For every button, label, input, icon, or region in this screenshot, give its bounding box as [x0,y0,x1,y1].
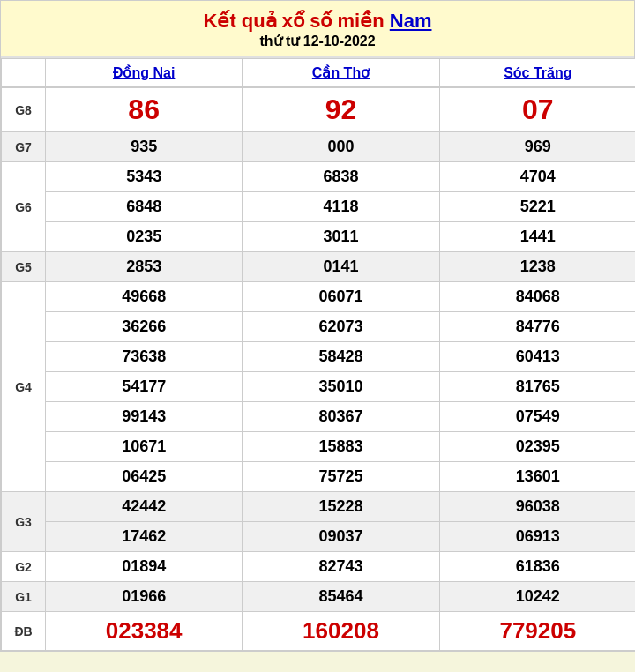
title-nam: Nam [390,10,432,32]
g6-soc-trang-3: 1441 [439,222,635,252]
db-can-tho: 160208 [243,612,439,651]
db-label: ĐB [2,612,46,651]
g4-dong-nai-1: 49668 [46,282,243,312]
g1-row: G1 01966 85464 10242 [2,582,636,612]
g4-row-3: 73638 58428 60413 [2,342,636,372]
g7-dong-nai: 935 [46,132,243,162]
g6-row-1: G6 5343 6838 4704 [2,162,636,192]
g4-can-tho-3: 58428 [243,342,439,372]
g6-label: G6 [2,162,46,252]
g8-row: G8 86 92 07 [2,87,636,132]
g3-label: G3 [2,492,46,552]
g3-row-1: G3 42442 15228 96038 [2,492,636,522]
g4-soc-trang-3: 60413 [439,342,635,372]
g2-soc-trang: 61836 [439,552,635,582]
g4-row-7: 06425 75725 13601 [2,462,636,492]
g5-soc-trang: 1238 [439,252,635,282]
g5-label: G5 [2,252,46,282]
g4-soc-trang-4: 81765 [439,372,635,402]
soc-trang-header: Sóc Trăng [439,59,635,88]
main-container: Kết quả xổ số miền Nam thứ tư 12-10-2022… [0,0,635,652]
label-header [2,59,46,88]
g3-row-2: 17462 09037 06913 [2,522,636,552]
g6-dong-nai-2: 6848 [46,192,243,222]
g6-row-3: 0235 3011 1441 [2,222,636,252]
can-tho-header: Cần Thơ [243,59,439,88]
g6-can-tho-2: 4118 [243,192,439,222]
g4-dong-nai-2: 36266 [46,312,243,342]
g6-can-tho-1: 6838 [243,162,439,192]
dong-nai-header: Đồng Nai [46,59,243,88]
db-soc-trang: 779205 [439,612,635,651]
g4-row-4: 54177 35010 81765 [2,372,636,402]
db-dong-nai: 023384 [46,612,243,651]
g5-can-tho: 0141 [243,252,439,282]
g8-label: G8 [2,87,46,132]
g4-soc-trang-2: 84776 [439,312,635,342]
g7-row: G7 935 000 969 [2,132,636,162]
g6-soc-trang-2: 5221 [439,192,635,222]
g7-soc-trang: 969 [439,132,635,162]
g4-label: G4 [2,282,46,492]
header-row: Đồng Nai Cần Thơ Sóc Trăng [2,59,636,88]
g2-row: G2 01894 82743 61836 [2,552,636,582]
result-table: Đồng Nai Cần Thơ Sóc Trăng G8 86 92 07 G… [1,58,635,651]
g1-can-tho: 85464 [243,582,439,612]
g4-row-6: 10671 15883 02395 [2,432,636,462]
g4-soc-trang-6: 02395 [439,432,635,462]
db-row: ĐB 023384 160208 779205 [2,612,636,651]
g3-soc-trang-1: 96038 [439,492,635,522]
header-subtitle: thứ tư 12-10-2022 [5,33,630,49]
g2-can-tho: 82743 [243,552,439,582]
g8-dong-nai: 86 [46,87,243,132]
g8-can-tho: 92 [243,87,439,132]
g8-soc-trang: 07 [439,87,635,132]
g4-soc-trang-1: 84068 [439,282,635,312]
g6-row-2: 6848 4118 5221 [2,192,636,222]
g5-row: G5 2853 0141 1238 [2,252,636,282]
header: Kết quả xổ số miền Nam thứ tư 12-10-2022 [1,1,634,58]
g4-can-tho-5: 80367 [243,402,439,432]
g2-dong-nai: 01894 [46,552,243,582]
g7-label: G7 [2,132,46,162]
g1-dong-nai: 01966 [46,582,243,612]
g1-label: G1 [2,582,46,612]
g3-soc-trang-2: 06913 [439,522,635,552]
g4-dong-nai-3: 73638 [46,342,243,372]
g3-can-tho-2: 09037 [243,522,439,552]
g4-row-5: 99143 80367 07549 [2,402,636,432]
g4-can-tho-7: 75725 [243,462,439,492]
g7-can-tho: 000 [243,132,439,162]
g4-soc-trang-7: 13601 [439,462,635,492]
g4-can-tho-6: 15883 [243,432,439,462]
g6-dong-nai-1: 5343 [46,162,243,192]
g2-label: G2 [2,552,46,582]
g3-can-tho-1: 15228 [243,492,439,522]
g6-can-tho-3: 3011 [243,222,439,252]
g4-row-1: G4 49668 06071 84068 [2,282,636,312]
g4-dong-nai-5: 99143 [46,402,243,432]
g4-soc-trang-5: 07549 [439,402,635,432]
header-title: Kết quả xổ số miền Nam [5,10,630,33]
g4-dong-nai-6: 10671 [46,432,243,462]
g3-dong-nai-1: 42442 [46,492,243,522]
g4-can-tho-1: 06071 [243,282,439,312]
title-prefix: Kết quả xổ số miền [204,10,385,32]
g4-can-tho-2: 62073 [243,312,439,342]
g4-row-2: 36266 62073 84776 [2,312,636,342]
g4-dong-nai-4: 54177 [46,372,243,402]
g5-dong-nai: 2853 [46,252,243,282]
g6-soc-trang-1: 4704 [439,162,635,192]
g1-soc-trang: 10242 [439,582,635,612]
g4-dong-nai-7: 06425 [46,462,243,492]
g6-dong-nai-3: 0235 [46,222,243,252]
g3-dong-nai-2: 17462 [46,522,243,552]
g4-can-tho-4: 35010 [243,372,439,402]
